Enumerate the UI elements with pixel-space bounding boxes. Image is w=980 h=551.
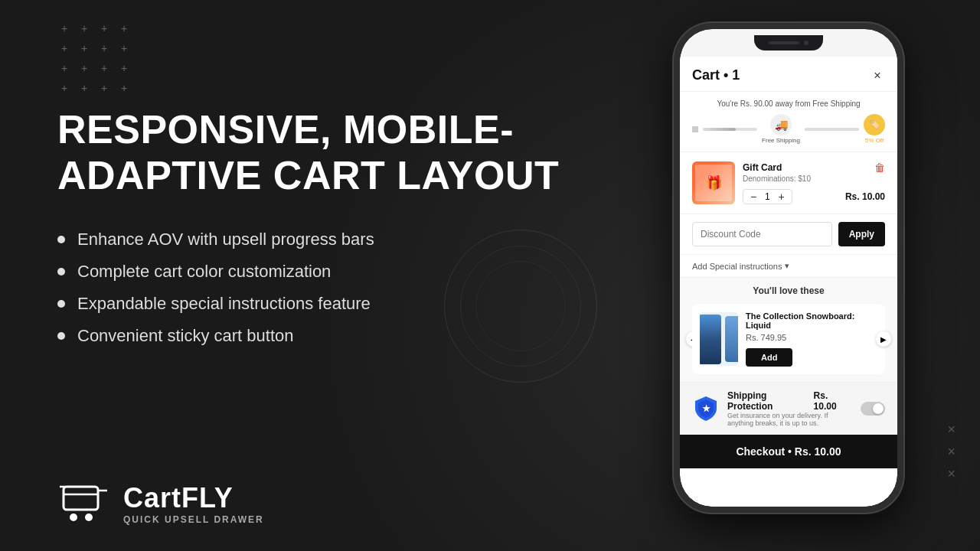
upsell-product-details: The Collection Snowboard: Liquid Rs. 749… [746,311,877,367]
bullet-dot [57,268,65,276]
snowboard-image-2 [725,316,739,362]
start-dot-wrapper [692,126,698,132]
special-instructions-toggle[interactable]: Add Special instructions ▾ [692,261,885,271]
plus-icon: + [77,41,91,55]
plus-icon: + [117,41,131,55]
progress-track [703,128,757,131]
progress-section: You're Rs. 90.00 away from Free Shipping… [680,92,897,152]
tag-icon: 🏷️ [864,114,885,135]
cart-app: Cart • 1 × You're Rs. 90.00 away from Fr… [680,57,897,507]
sp-title: Shipping Protection [727,390,814,412]
phone-screen: Cart • 1 × You're Rs. 90.00 away from Fr… [680,29,897,507]
upsell-section: You'll love these ◀ The Collect [680,278,897,382]
progress-bar-container: 🚚 Free Shipping 🏷️ 5% Off [692,114,885,144]
cart-logo-icon [57,481,111,527]
upsell-product-price: Rs. 749.95 [746,333,877,342]
quantity-value: 1 [765,191,770,202]
bullet-dot [57,332,65,340]
plus-icon: + [97,61,111,75]
x-marks-decoration: × × × [947,422,956,482]
phone-body: Cart • 1 × You're Rs. 90.00 away from Fr… [674,23,903,513]
brand-subtitle: QUICK UPSELL DRAWER [123,514,264,525]
plus-icon: + [57,21,71,35]
special-instructions-label: Add Special instructions [692,262,782,271]
sp-price: Rs. 10.00 [814,390,853,412]
upsell-product-name: The Collection Snowboard: Liquid [746,311,877,330]
decrease-qty-button[interactable]: − [748,191,759,202]
cart-title: Cart • 1 [692,67,740,83]
shield-icon: ★ [692,395,720,422]
plus-icon: + [117,81,131,95]
item-controls: − 1 + Rs. 10.00 [743,189,885,204]
brand-name: CartFLY [123,482,264,514]
cart-item-wrapper: 🎁 Gift Card Denominations: $10 − 1 + [680,152,897,214]
phone-mockup: Cart • 1 × You're Rs. 90.00 away from Fr… [674,23,903,513]
feature-list: Enhance AOV with upsell progress bars Co… [57,230,609,346]
notch-camera [804,41,808,45]
progress-track-2 [805,128,859,131]
progress-fill [703,128,736,131]
special-instructions-section: Add Special instructions ▾ [680,255,897,278]
chevron-down-icon: ▾ [785,261,789,271]
plus-icon: + [77,21,91,35]
discount-section: Apply [680,214,897,255]
plus-icon: + [117,61,131,75]
plus-icon: + [77,61,91,75]
progress-fill-2 [805,128,859,131]
increase-qty-button[interactable]: + [776,191,787,202]
upsell-card-wrapper: ◀ The Collection Snowboard: Liquid Rs. [692,304,885,374]
delete-item-button[interactable]: 🗑 [874,161,885,174]
plus-icon: + [57,81,71,95]
toggle-thumb [873,403,884,414]
list-item-text: Complete cart color customization [77,262,331,282]
tag-icon-wrapper: 🏷️ 5% Off [864,114,885,144]
list-item-text: Expandable special instructions feature [77,294,371,314]
truck-icon-wrapper: 🚚 Free Shipping [762,114,800,144]
item-image: 🎁 [692,161,735,204]
item-name: Gift Card [743,162,885,173]
progress-start-dot [692,126,698,132]
plus-icon: + [97,41,111,55]
plus-icon: + [57,41,71,55]
free-shipping-label: Free Shipping [762,137,800,144]
list-item: Enhance AOV with upsell progress bars [57,230,609,249]
svg-point-3 [85,514,93,521]
list-item: Complete cart color customization [57,262,609,282]
item-price: Rs. 10.00 [845,191,885,202]
plus-icon: + [77,81,91,95]
logo-text: CartFLY QUICK UPSELL DRAWER [123,482,264,525]
upsell-next-button[interactable]: ▶ [876,331,891,347]
gift-card-image: 🎁 [692,161,735,204]
x-mark-icon: × [947,466,956,482]
truck-icon: 🚚 [770,114,792,135]
item-details: Gift Card Denominations: $10 − 1 + Rs. 1… [743,162,885,204]
sp-header-row: Shipping Protection Rs. 10.00 [727,390,853,412]
phone-notch [754,35,823,51]
upsell-title: You'll love these [692,285,885,296]
close-button[interactable]: × [870,68,885,83]
shipping-protection-toggle[interactable] [861,402,885,416]
plus-icon: + [57,61,71,75]
snowboard-image-1 [700,315,721,364]
cart-item: 🎁 Gift Card Denominations: $10 − 1 + [680,152,897,214]
apply-discount-button[interactable]: Apply [838,222,885,246]
plus-grid-decoration: + + + + + + + + + + + + + + + + [57,21,131,95]
svg-point-2 [70,514,77,521]
x-mark-icon: × [947,444,956,460]
plus-icon: + [97,81,111,95]
discount-code-input[interactable] [692,222,832,246]
sp-description: Get insurance on your delivery. If anyth… [727,412,853,427]
upsell-add-button[interactable]: Add [746,348,792,367]
svg-text:★: ★ [702,403,710,414]
list-item-text: Convenient sticky cart button [77,326,293,346]
list-item: Expandable special instructions feature [57,294,609,314]
main-heading: RESPONSIVE, MOBILE- ADAPTIVE CART LAYOUT [57,107,609,199]
checkout-button[interactable]: Checkout • Rs. 10.00 [680,435,897,468]
x-mark-icon: × [947,422,956,438]
progress-text: You're Rs. 90.00 away from Free Shipping [692,99,885,108]
upsell-card: The Collection Snowboard: Liquid Rs. 749… [692,304,885,374]
svg-rect-0 [64,487,98,510]
list-item-text: Enhance AOV with upsell progress bars [77,230,374,249]
item-variant: Denominations: $10 [743,174,885,183]
shipping-protection-details: Shipping Protection Rs. 10.00 Get insura… [727,390,853,427]
